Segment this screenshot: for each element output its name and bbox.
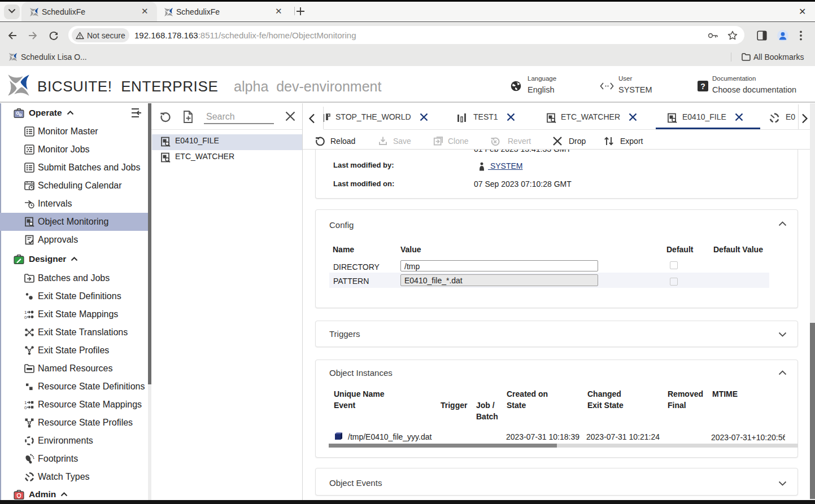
- svg-text:?: ?: [700, 82, 705, 91]
- svg-text:0: 0: [24, 315, 27, 320]
- svg-text:0: 0: [24, 405, 27, 410]
